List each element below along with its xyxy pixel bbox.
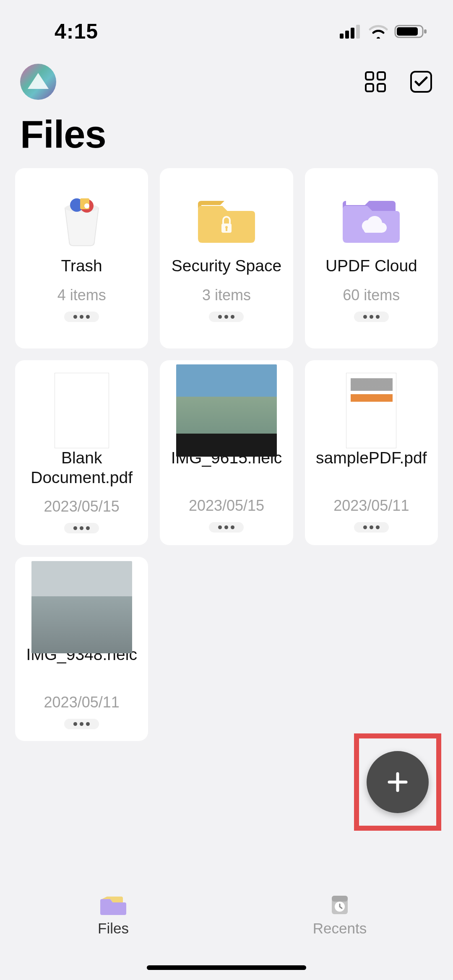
image-thumbnail	[20, 574, 143, 641]
card-title: Security Space	[165, 256, 288, 276]
tab-recents[interactable]: Recents	[226, 879, 453, 951]
card-subtitle: 3 items	[202, 286, 251, 304]
tab-label: Files	[98, 920, 129, 937]
folder-icon	[99, 893, 128, 917]
grid-view-icon[interactable]	[364, 70, 387, 93]
svg-point-16	[84, 203, 89, 208]
file-card-img-9615[interactable]: IMG_9615.heic 2023/05/15	[160, 360, 293, 545]
more-button[interactable]	[354, 522, 389, 533]
card-title: Blank Document.pdf	[20, 448, 143, 488]
svg-rect-2	[351, 28, 354, 39]
svg-rect-10	[378, 84, 385, 91]
svg-rect-9	[366, 84, 373, 91]
status-bar: 4:15	[0, 0, 453, 46]
home-indicator[interactable]	[147, 965, 306, 970]
tab-bar: Files Recents	[0, 879, 453, 951]
pdf-thumbnail	[310, 377, 433, 444]
wifi-icon	[368, 24, 388, 39]
card-subtitle: 2023/05/11	[333, 497, 409, 515]
header-row	[0, 46, 453, 100]
svg-rect-3	[356, 25, 360, 39]
file-card-blank-document[interactable]: Blank Document.pdf 2023/05/15	[15, 360, 148, 545]
more-button[interactable]	[354, 312, 389, 322]
file-card-img-9348[interactable]: IMG_9348.heic 2023/05/11	[15, 557, 148, 741]
card-subtitle: 2023/05/15	[44, 498, 120, 515]
status-time: 4:15	[55, 19, 98, 44]
card-title: UPDF Cloud	[310, 256, 433, 276]
image-thumbnail	[165, 377, 288, 444]
svg-rect-0	[340, 34, 344, 39]
select-checkbox-icon[interactable]	[409, 70, 433, 94]
cellular-icon	[340, 24, 362, 39]
avatar[interactable]	[20, 64, 56, 100]
battery-icon	[394, 24, 428, 39]
card-subtitle: 4 items	[57, 286, 106, 304]
more-button[interactable]	[209, 312, 244, 322]
trash-icon	[20, 185, 143, 252]
card-title: Trash	[20, 256, 143, 276]
files-grid: Trash 4 items Security Space 3 items	[0, 168, 453, 741]
add-button[interactable]	[367, 751, 429, 813]
card-title: samplePDF.pdf	[310, 448, 433, 487]
page-title: Files	[0, 100, 453, 168]
svg-rect-1	[345, 31, 349, 39]
status-icons	[340, 24, 428, 39]
document-thumbnail	[20, 377, 143, 444]
more-button[interactable]	[64, 719, 99, 729]
card-subtitle: 2023/05/15	[189, 497, 264, 515]
svg-rect-19	[226, 228, 227, 231]
folder-card-security[interactable]: Security Space 3 items	[160, 168, 293, 348]
svg-rect-5	[397, 27, 418, 36]
svg-rect-7	[366, 72, 373, 80]
plus-icon	[385, 769, 410, 795]
tab-files[interactable]: Files	[0, 879, 226, 951]
svg-rect-8	[378, 72, 385, 80]
header-actions	[364, 70, 433, 94]
svg-rect-6	[424, 29, 427, 34]
more-button[interactable]	[64, 523, 99, 533]
tab-label: Recents	[313, 920, 367, 937]
svg-rect-21	[332, 896, 348, 902]
more-button[interactable]	[64, 312, 99, 322]
folder-card-cloud[interactable]: UPDF Cloud 60 items	[305, 168, 438, 348]
more-button[interactable]	[209, 522, 244, 533]
add-button-highlight	[354, 733, 441, 831]
card-subtitle: 2023/05/11	[44, 694, 120, 711]
clock-icon	[325, 893, 354, 917]
folder-cloud-icon	[310, 185, 433, 252]
file-card-sample-pdf[interactable]: samplePDF.pdf 2023/05/11	[305, 360, 438, 545]
folder-card-trash[interactable]: Trash 4 items	[15, 168, 148, 348]
folder-lock-icon	[165, 185, 288, 252]
card-subtitle: 60 items	[343, 286, 400, 304]
